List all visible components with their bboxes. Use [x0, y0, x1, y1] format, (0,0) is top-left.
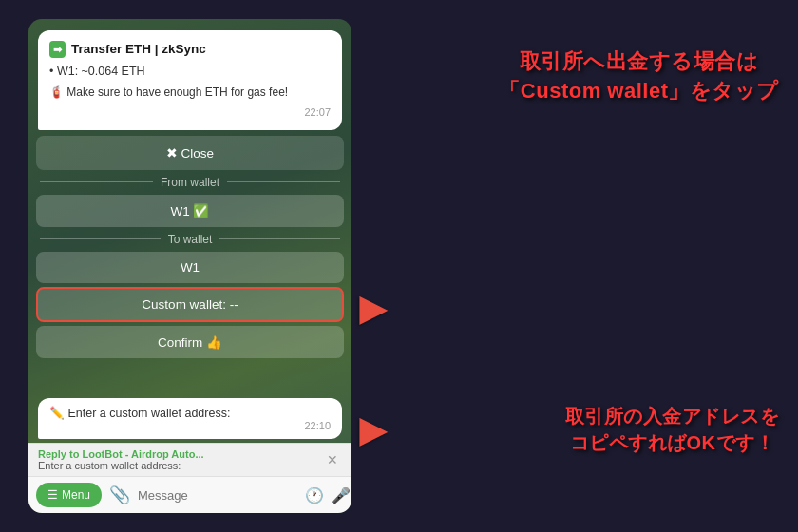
warning-row: 🧯 Make sure to have enough ETH for gas f…	[49, 84, 331, 101]
menu-icon: ☰	[48, 488, 58, 502]
chat-panel: ➡ Transfer ETH | zkSync • W1: ~0.064 ETH…	[28, 19, 352, 513]
red-arrow-custom-wallet: ◀	[359, 289, 386, 329]
reply-bar: Reply to LootBot - Airdrop Auto... Enter…	[28, 443, 352, 476]
amount-row: • W1: ~0.064 ETH	[49, 63, 331, 81]
menu-button[interactable]: ☰ Menu	[36, 483, 102, 507]
annotation-2: 取引所の入金アドレスを コピペすればOKです！	[565, 403, 780, 456]
message-input[interactable]	[138, 488, 297, 503]
to-wallet-button[interactable]: W1	[36, 252, 344, 283]
bot-buttons-area: ✖ Close From wallet W1 ✅ To wallet W1 Cu…	[28, 136, 352, 395]
second-message-text: ✏️ Enter a custom wallet address:	[49, 407, 230, 420]
close-button[interactable]: ✖ Close	[36, 136, 344, 170]
reply-close-button[interactable]: ✕	[323, 452, 342, 467]
bullet: •	[49, 65, 53, 78]
attach-icon[interactable]: 📎	[109, 484, 130, 505]
confirm-button[interactable]: Confirm 👍	[36, 326, 344, 358]
message-time: 22:07	[49, 104, 331, 121]
menu-label: Menu	[62, 488, 90, 502]
from-wallet-button[interactable]: W1 ✅	[36, 195, 344, 227]
transfer-icon: ➡	[49, 41, 66, 59]
message-title: Transfer ETH | zkSync	[71, 40, 206, 59]
annotation-text-1-line1: 取引所へ出金する場合は	[499, 48, 779, 77]
second-message-bubble: ✏️ Enter a custom wallet address: 22:10	[38, 398, 342, 439]
input-icons: 🕐 🎤	[305, 486, 351, 504]
second-message-time: 22:10	[49, 420, 331, 431]
to-wallet-label: To wallet	[36, 231, 344, 248]
reply-text: Enter a custom wallet address:	[38, 460, 323, 471]
amount-text: W1: ~0.064 ETH	[57, 65, 145, 78]
red-arrow-input: ◀	[359, 410, 386, 450]
reply-title: Reply to LootBot - Airdrop Auto...	[38, 448, 323, 460]
annotation-text-2-line2: コピペすればOKです！	[565, 429, 780, 456]
annotation-text-2-line1: 取引所の入金アドレスを	[565, 403, 780, 429]
message-title-row: ➡ Transfer ETH | zkSync	[49, 40, 331, 59]
voice-icon[interactable]: 🎤	[332, 486, 351, 504]
annotation-1: 取引所へ出金する場合は 「Custom wallet」をタップ	[499, 48, 779, 106]
custom-wallet-button[interactable]: Custom wallet: --	[36, 287, 344, 322]
from-wallet-label: From wallet	[36, 174, 344, 191]
input-row: ☰ Menu 📎 🕐 🎤	[28, 476, 352, 513]
reply-content: Reply to LootBot - Airdrop Auto... Enter…	[38, 448, 323, 471]
message-bubble: ➡ Transfer ETH | zkSync • W1: ~0.064 ETH…	[38, 30, 342, 130]
emoji-icon[interactable]: 🕐	[305, 486, 324, 504]
annotation-text-1-line2: 「Custom wallet」をタップ	[499, 77, 779, 106]
